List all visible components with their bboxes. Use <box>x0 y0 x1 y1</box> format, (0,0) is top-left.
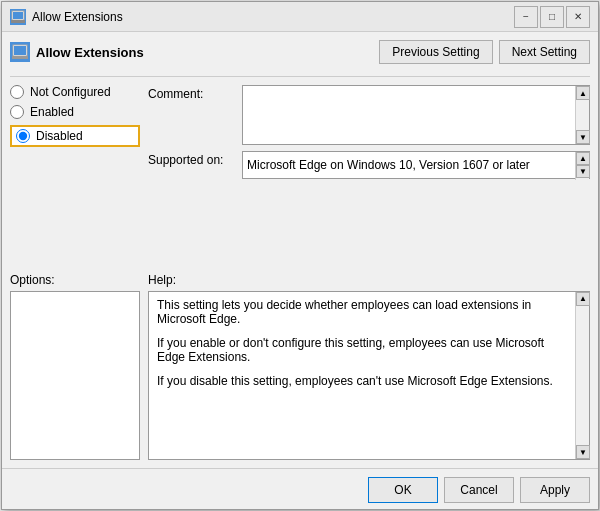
supported-scroll-up[interactable]: ▲ <box>576 152 590 165</box>
supported-on-label: Supported on: <box>148 151 238 167</box>
not-configured-radio[interactable] <box>10 85 24 99</box>
help-paragraph-1: This setting lets you decide whether emp… <box>157 298 567 326</box>
scroll-down-arrow[interactable]: ▼ <box>576 130 590 144</box>
not-configured-option[interactable]: Not Configured <box>10 85 140 99</box>
header-icon <box>10 42 30 62</box>
dialog-icon <box>10 9 26 25</box>
svg-rect-1 <box>13 12 23 19</box>
options-box <box>10 291 140 461</box>
ok-button[interactable]: OK <box>368 477 438 503</box>
next-setting-button[interactable]: Next Setting <box>499 40 590 64</box>
header-title: Allow Extensions <box>36 45 144 60</box>
help-section: Help: This setting lets you decide wheth… <box>148 273 590 461</box>
help-label: Help: <box>148 273 590 287</box>
prev-setting-button[interactable]: Previous Setting <box>379 40 492 64</box>
svg-rect-4 <box>14 46 26 55</box>
main-section: Not Configured Enabled Disabled <box>10 85 590 273</box>
cancel-button[interactable]: Cancel <box>444 477 514 503</box>
radio-group: Not Configured Enabled Disabled <box>10 85 140 147</box>
help-paragraph-3: If you disable this setting, employees c… <box>157 374 567 388</box>
help-scroll-down[interactable]: ▼ <box>576 445 590 459</box>
supported-scroll-down[interactable]: ▼ <box>576 165 590 178</box>
comment-textarea[interactable] <box>243 86 575 144</box>
header-icon-label: Allow Extensions <box>10 42 379 62</box>
not-configured-label: Not Configured <box>30 85 111 99</box>
enabled-radio[interactable] <box>10 105 24 119</box>
header-row: Allow Extensions Previous Setting Next S… <box>10 40 590 64</box>
left-panel: Not Configured Enabled Disabled <box>10 85 140 273</box>
header-buttons: Previous Setting Next Setting <box>379 40 590 64</box>
separator <box>10 76 590 77</box>
disabled-label: Disabled <box>36 129 83 143</box>
bottom-buttons: OK Cancel Apply <box>2 468 598 509</box>
svg-rect-2 <box>11 20 25 23</box>
help-paragraph-2: If you enable or don't configure this se… <box>157 336 567 364</box>
help-box: This setting lets you decide whether emp… <box>149 292 575 460</box>
help-scrollbar[interactable]: ▲ ▼ <box>575 292 589 460</box>
help-text: This setting lets you decide whether emp… <box>157 298 567 388</box>
enabled-option[interactable]: Enabled <box>10 105 140 119</box>
supported-scrollbar[interactable]: ▲ ▼ <box>575 152 589 180</box>
comment-label: Comment: <box>148 85 238 101</box>
options-label: Options: <box>10 273 140 287</box>
maximize-button[interactable]: □ <box>540 6 564 28</box>
scroll-up-arrow[interactable]: ▲ <box>576 86 590 100</box>
supported-on-value: Microsoft Edge on Windows 10, Version 16… <box>247 158 530 172</box>
disabled-option[interactable]: Disabled <box>10 125 140 147</box>
fields-section: Comment: ▲ ▼ Supported on: <box>148 85 590 179</box>
svg-rect-5 <box>12 56 28 59</box>
close-button[interactable]: ✕ <box>566 6 590 28</box>
dialog-window: Allow Extensions − □ ✕ Allow Extensions <box>1 1 599 510</box>
enabled-label: Enabled <box>30 105 74 119</box>
apply-button[interactable]: Apply <box>520 477 590 503</box>
help-scroll-up[interactable]: ▲ <box>576 292 590 306</box>
minimize-button[interactable]: − <box>514 6 538 28</box>
disabled-radio[interactable] <box>16 129 30 143</box>
content-row: Options: Help: This setting lets you dec… <box>10 273 590 461</box>
title-bar: Allow Extensions − □ ✕ <box>2 2 598 32</box>
dialog-content: Allow Extensions Previous Setting Next S… <box>2 32 598 468</box>
right-panel: Comment: ▲ ▼ Supported on: <box>148 85 590 273</box>
dialog-title: Allow Extensions <box>32 10 514 24</box>
supported-on-row: Supported on: Microsoft Edge on Windows … <box>148 151 590 179</box>
title-bar-controls: − □ ✕ <box>514 6 590 28</box>
comment-row: Comment: ▲ ▼ <box>148 85 590 145</box>
comment-scrollbar[interactable]: ▲ ▼ <box>575 86 589 144</box>
options-section: Options: <box>10 273 140 461</box>
